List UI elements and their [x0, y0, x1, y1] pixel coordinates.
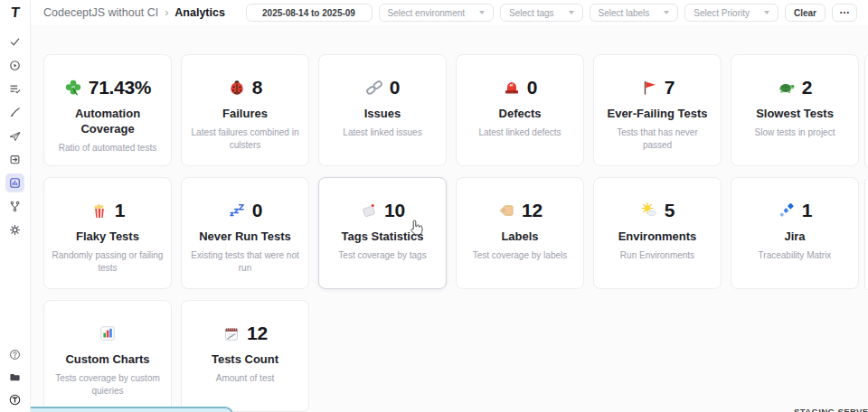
profile-badge-icon[interactable] [5, 390, 24, 409]
stat-subtitle: Amount of test [189, 372, 301, 386]
stat-title: Issues [329, 107, 436, 122]
caret-down-icon [764, 11, 769, 14]
stat-value-row: 5 [594, 199, 721, 221]
stat-value: 12 [247, 323, 268, 342]
flag-icon [640, 79, 658, 97]
stat-subtitle: Tests coverage by custom quieries [52, 372, 164, 398]
analytics-icon[interactable] [5, 173, 24, 192]
check-icon[interactable] [5, 33, 24, 52]
card-slowest-tests[interactable]: 2 Slowest Tests Slow tests in project [731, 54, 859, 166]
stat-value-row: 8 [182, 76, 308, 98]
app-logo[interactable]: T [10, 5, 21, 21]
stat-title: Never Run Tests [192, 229, 298, 245]
notification-toast-partial[interactable] [2, 407, 233, 412]
stat-value: 5 [665, 201, 675, 220]
analytics-dashboard: T CodeceptJS without CI › Analytics 2025… [0, 0, 868, 412]
card-jira[interactable]: 1 Jira Traceability Matrix [731, 177, 859, 289]
stat-title: Ever-Failing Tests [604, 107, 711, 122]
help-icon[interactable] [5, 345, 24, 364]
runs-icon[interactable] [5, 56, 24, 75]
card-flaky-tests[interactable]: 1 Flaky Tests Randomly passing or failin… [43, 177, 172, 289]
stat-subtitle: Latest linked issues [326, 126, 439, 140]
stat-value-row: 1 [44, 199, 171, 221]
caret-down-icon [664, 11, 669, 14]
stat-subtitle: Randomly passing or failing tests [52, 249, 164, 276]
card-tags-statistics[interactable]: 10 Tags Statistics Test coverage by tags [318, 177, 447, 289]
stat-value-row: 0 [319, 76, 446, 98]
filter-select-select-priority[interactable]: Select Priority [684, 4, 778, 22]
stat-value-row: 71.43% [44, 76, 171, 98]
settings-gear-icon[interactable] [5, 220, 24, 239]
card-defects[interactable]: 0 Defects Latest linked defects [456, 54, 584, 166]
card-never-run-tests[interactable]: 0 Never Run Tests Existing tests that we… [181, 177, 309, 289]
card-sliver [864, 177, 868, 291]
stat-value: 10 [384, 201, 405, 220]
stat-value: 2 [802, 78, 812, 97]
stat-value: 12 [522, 201, 542, 220]
clear-filters-button[interactable]: Clear [785, 4, 826, 22]
stat-value: 1 [115, 201, 125, 220]
sun-cloud-icon [640, 201, 658, 220]
bookmark-tag-icon [360, 201, 378, 220]
stat-title: Tests Count [192, 352, 298, 368]
card-environments[interactable]: 5 Environments Run Environments [593, 177, 722, 289]
stat-subtitle: Tests that has never passed [601, 126, 713, 153]
card-labels[interactable]: 12 Labels Test coverage by labels [456, 177, 584, 289]
date-range-button[interactable]: 2025-08-14 to 2025-09 [246, 4, 373, 22]
stat-value-row: 12 [457, 199, 583, 221]
clover-icon [64, 79, 82, 97]
stat-title: Slowest Tests [741, 107, 848, 122]
folder-icon[interactable] [5, 368, 24, 387]
filter-select-select-environment[interactable]: Select environment [379, 4, 495, 22]
turtle-icon [778, 79, 796, 97]
sidebar: T [0, 0, 31, 412]
ladybug-icon [228, 79, 246, 97]
stat-subtitle: Ratio of automated tests [52, 142, 164, 155]
card-issues[interactable]: 0 Issues Latest linked issues [318, 54, 447, 166]
stats-grid: 71.43% Automation Coverage Ratio of auto… [43, 54, 859, 412]
brush-icon[interactable] [5, 103, 24, 122]
card-automation-coverage[interactable]: 71.43% Automation Coverage Ratio of auto… [43, 54, 172, 166]
stat-value-row: 0 [182, 199, 308, 221]
staging-server-label: STAGING SERVER [794, 407, 868, 412]
filter-select-placeholder: Select labels [599, 8, 650, 18]
card-tests-count[interactable]: 12 Tests Count Amount of test [181, 300, 309, 412]
filter-select-select-labels[interactable]: Select labels [590, 4, 679, 22]
filter-select-select-tags[interactable]: Select tags [500, 4, 582, 22]
stat-value: 7 [665, 78, 675, 97]
stat-title: Automation Coverage [54, 107, 161, 137]
stat-subtitle: Test coverage by labels [464, 249, 576, 263]
stat-title: Tags Statistics [329, 229, 436, 245]
stat-value: 8 [252, 78, 262, 97]
stat-value: 0 [527, 78, 537, 97]
bar-chart-icon [99, 324, 117, 342]
filter-select-placeholder: Select tags [509, 8, 553, 18]
caret-down-icon [569, 11, 574, 14]
stat-value: 0 [252, 201, 262, 220]
popcorn-icon [90, 201, 108, 220]
inbox-icon[interactable] [5, 150, 24, 169]
report-icon[interactable] [5, 80, 24, 98]
card-sliver [864, 54, 868, 168]
card-custom-charts[interactable]: Custom Charts Tests coverage by custom q… [43, 300, 172, 412]
stat-subtitle: Slow tests in project [739, 126, 851, 140]
top-bar: CodeceptJS without CI › Analytics 2025-0… [30, 0, 868, 25]
branch-icon[interactable] [5, 197, 24, 216]
breadcrumb-project[interactable]: CodeceptJS without CI [43, 6, 158, 19]
beacon-icon [503, 79, 521, 97]
stat-value-row: 0 [457, 76, 583, 98]
caret-down-icon [479, 11, 485, 14]
stat-value: 0 [390, 78, 400, 97]
plane-icon[interactable] [5, 126, 24, 145]
card-failures[interactable]: 8 Failures Latest failures combined in c… [181, 54, 309, 166]
card-ever-failing-tests[interactable]: 7 Ever-Failing Tests Tests that has neve… [593, 54, 722, 166]
label-tag-icon [497, 201, 515, 220]
stat-value-row: 10 [319, 199, 446, 221]
filter-select-placeholder: Select environment [388, 8, 466, 18]
stat-value: 71.43% [89, 78, 151, 97]
filter-controls: 2025-08-14 to 2025-09 Select environment… [246, 4, 858, 22]
stat-title: Failures [192, 107, 298, 122]
breadcrumb-separator-icon: › [165, 6, 168, 19]
more-options-button[interactable]: … [832, 4, 857, 22]
stat-value: 1 [802, 201, 812, 220]
